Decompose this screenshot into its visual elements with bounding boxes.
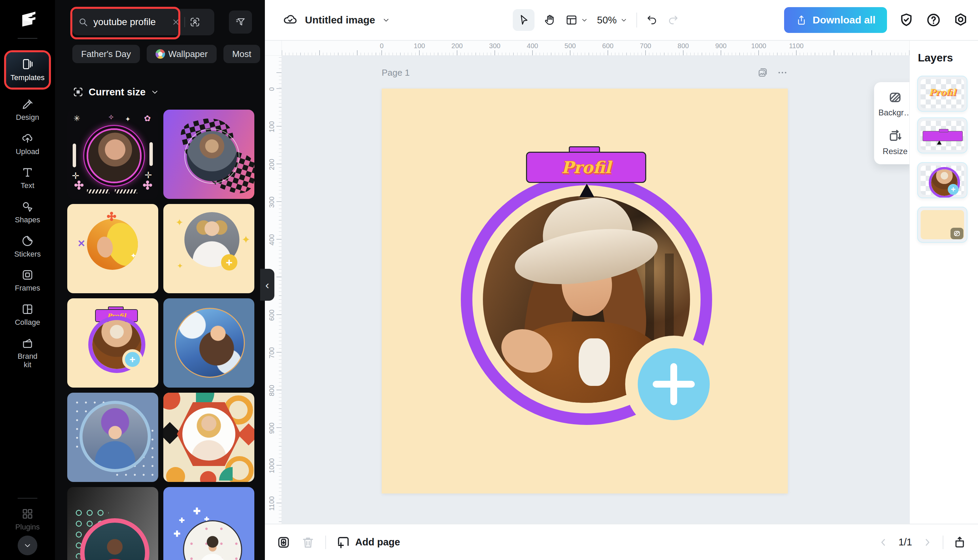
image-search-icon[interactable] xyxy=(189,16,201,28)
chip-fathers-day[interactable]: Father's Day xyxy=(72,45,140,63)
ruler-tick-label: 1100 xyxy=(789,42,804,50)
select-tool-button[interactable] xyxy=(513,9,534,31)
clear-search-icon[interactable] xyxy=(172,18,180,27)
page-menu-icon[interactable] xyxy=(777,67,788,78)
cross-doodle: ✚ xyxy=(179,516,185,524)
template-thumbnail-orange-circle[interactable]: ✕ ✦ xyxy=(67,204,158,293)
filter-button[interactable] xyxy=(229,10,252,33)
template-thumbnail-profil[interactable]: Profil + xyxy=(67,298,158,388)
cross-doodle: ✚ xyxy=(193,506,201,517)
capcut-editor-window: Templates Design Upload Text Shapes Stic… xyxy=(0,0,978,560)
next-page-icon[interactable] xyxy=(921,537,933,548)
settings-icon[interactable] xyxy=(953,12,968,28)
sidebar-item-collage[interactable]: Collage xyxy=(15,303,40,327)
panel-collapse-handle[interactable]: ‹ xyxy=(260,269,274,301)
layer-background-badge xyxy=(951,228,963,239)
export-page-icon[interactable] xyxy=(953,535,966,549)
help-icon[interactable] xyxy=(926,12,941,28)
template-thumbnail-smiling-portrait[interactable]: ✦ ✦ ✦ + xyxy=(164,204,254,293)
canvas-background[interactable]: Page 1 xyxy=(282,56,910,524)
doodle: ✛ xyxy=(72,171,80,181)
portrait-photo xyxy=(88,130,140,182)
template-thumbnail-flowers[interactable]: ✚ ✚ ✚ ✚ ✚ ✚ ✚ xyxy=(164,487,254,560)
pages-bottombar: Add page 1/1 xyxy=(265,524,978,560)
redo-icon[interactable] xyxy=(667,14,679,26)
undo-icon[interactable] xyxy=(646,14,658,26)
duplicate-page-button-icon[interactable] xyxy=(276,535,291,550)
project-title-group[interactable]: Untitled image xyxy=(282,0,390,40)
sidebar-item-upload[interactable]: Upload xyxy=(16,132,39,156)
sidebar-item-frames[interactable]: Frames xyxy=(15,268,40,293)
background-icon xyxy=(953,230,961,237)
layout-view-button[interactable] xyxy=(565,13,588,27)
ruler-tick-label: 1100 xyxy=(268,496,276,511)
delete-page-icon[interactable] xyxy=(301,535,315,550)
chip-label: Most xyxy=(232,49,251,59)
template-results-grid: ✳ ✧ ✦ ✿ ✛ ✛ xyxy=(67,110,254,560)
sidebar-item-design[interactable]: Design xyxy=(16,98,39,122)
page-quick-actions: Backgr… Resize xyxy=(874,82,910,164)
sidebar-item-brand-kit[interactable]: Brand kit xyxy=(14,337,41,369)
profil-banner[interactable]: Profil xyxy=(526,152,646,183)
layer-item-banner-shape[interactable] xyxy=(917,117,968,153)
search-bar[interactable] xyxy=(72,9,214,35)
upload-icon xyxy=(21,132,34,145)
layer-item-profil-text[interactable]: Profil xyxy=(917,76,968,112)
ruler-tick-label: 200 xyxy=(450,42,464,50)
sidebar-item-text[interactable]: Text xyxy=(21,166,34,190)
zoom-dropdown[interactable]: 50% xyxy=(597,15,628,26)
flower-doodle xyxy=(110,215,113,218)
template-thumbnail-anime-purple[interactable] xyxy=(67,393,158,482)
shield-check-icon[interactable] xyxy=(898,12,914,28)
background-label: Backgr… xyxy=(878,108,910,117)
layer-item-background[interactable] xyxy=(917,207,968,243)
doodle: ✳ xyxy=(73,114,80,123)
sidebar-item-plugins[interactable]: Plugins xyxy=(15,507,40,532)
template-thumbnail-neon-doodle[interactable]: ✳ ✧ ✦ ✿ ✛ ✛ xyxy=(67,110,158,199)
design-page[interactable]: Profil xyxy=(382,88,788,493)
ruler-tick-label: 400 xyxy=(525,42,540,50)
chip-label: Father's Day xyxy=(81,49,131,59)
template-thumbnail-gradient-checker[interactable] xyxy=(164,110,254,199)
chip-wallpaper[interactable]: Wallpaper xyxy=(147,45,217,63)
ruler-tick-label: 900 xyxy=(268,421,276,436)
ruler-tick-label: 1000 xyxy=(751,42,766,50)
frames-icon xyxy=(21,268,34,282)
download-all-button[interactable]: Download all xyxy=(784,7,887,33)
sidebar-item-label: Design xyxy=(16,113,39,122)
page-label: Page 1 xyxy=(382,68,409,78)
doodle xyxy=(87,189,109,193)
resize-button[interactable]: Resize xyxy=(883,129,907,156)
add-photo-button[interactable] xyxy=(638,348,710,420)
sidebar-item-shapes[interactable]: Shapes xyxy=(15,200,40,224)
sidebar-collapse-button[interactable] xyxy=(18,535,37,555)
prev-page-icon[interactable] xyxy=(878,537,889,548)
resize-label: Resize xyxy=(883,147,907,156)
layer-banner-tab xyxy=(939,129,948,132)
search-input[interactable] xyxy=(93,16,167,28)
sidebar-item-stickers[interactable]: Stickers xyxy=(14,235,41,258)
download-all-label: Download all xyxy=(813,14,875,26)
page-header: Page 1 xyxy=(382,67,788,78)
background-button[interactable]: Backgr… xyxy=(878,90,910,117)
layer-item-photo[interactable]: + xyxy=(917,162,968,198)
filter-icon xyxy=(235,16,246,28)
layer-pointer-shape xyxy=(937,140,942,145)
doodle: ✛ xyxy=(145,170,152,180)
chevron-down-icon xyxy=(150,88,159,97)
hand-tool-icon[interactable] xyxy=(543,13,556,27)
chip-most[interactable]: Most xyxy=(224,45,260,63)
capcut-logo xyxy=(17,9,38,30)
sidebar-item-templates[interactable]: Templates xyxy=(6,52,49,88)
duplicate-page-icon[interactable] xyxy=(757,67,768,78)
ruler-tick-label: 1000 xyxy=(268,458,276,473)
size-filter-dropdown[interactable]: Current size xyxy=(72,86,159,98)
template-thumbnail-anime-sky[interactable] xyxy=(164,298,254,388)
sidebar-item-label: Shapes xyxy=(15,216,40,224)
add-page-button[interactable]: Add page xyxy=(336,535,400,550)
template-thumbnail-pink-ring[interactable] xyxy=(67,487,158,560)
sidebar-item-label: Brand kit xyxy=(14,352,41,369)
template-thumbnail-bauhaus[interactable] xyxy=(164,393,254,482)
chevron-down-icon xyxy=(581,16,588,24)
size-filter-label: Current size xyxy=(88,87,146,98)
